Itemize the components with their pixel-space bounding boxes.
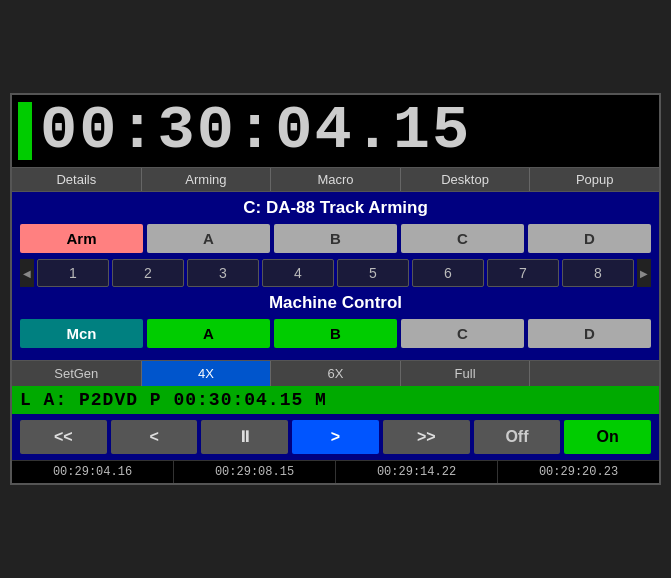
tc-footer-2: 00:29:08.15 xyxy=(174,461,336,483)
tab-bar: Details Arming Macro Desktop Popup xyxy=(12,167,659,192)
track-number-row: ◀ 1 2 3 4 5 6 7 8 ▶ xyxy=(20,259,651,287)
mcn-track-d[interactable]: D xyxy=(528,319,651,348)
tab-details[interactable]: Details xyxy=(12,168,142,191)
speed-row: SetGen 4X 6X Full xyxy=(12,360,659,386)
main-content: C: DA-88 Track Arming Arm A B C D ◀ 1 2 … xyxy=(12,192,659,360)
track-2[interactable]: 2 xyxy=(112,259,184,287)
speed-4x[interactable]: 4X xyxy=(142,361,272,386)
track-6[interactable]: 6 xyxy=(412,259,484,287)
tab-popup[interactable]: Popup xyxy=(530,168,659,191)
speed-full[interactable]: Full xyxy=(401,361,531,386)
track-right-arrow[interactable]: ▶ xyxy=(637,259,651,287)
timecode-bar: 00:30:04.15 xyxy=(12,95,659,167)
mcn-track-a[interactable]: A xyxy=(147,319,270,348)
tc-footer-1: 00:29:04.16 xyxy=(12,461,174,483)
mcn-button[interactable]: Mcn xyxy=(20,319,143,348)
arm-track-b[interactable]: B xyxy=(274,224,397,253)
rewind-button[interactable]: << xyxy=(20,420,107,454)
tab-desktop[interactable]: Desktop xyxy=(401,168,531,191)
tab-macro[interactable]: Macro xyxy=(271,168,401,191)
tab-arming[interactable]: Arming xyxy=(142,168,272,191)
speed-setgen[interactable]: SetGen xyxy=(12,361,142,386)
tc-footer-3: 00:29:14.22 xyxy=(336,461,498,483)
track-8[interactable]: 8 xyxy=(562,259,634,287)
track-3[interactable]: 3 xyxy=(187,259,259,287)
play-button[interactable]: > xyxy=(292,420,379,454)
mcn-track-c[interactable]: C xyxy=(401,319,524,348)
off-button[interactable]: Off xyxy=(474,420,561,454)
timecode-footer: 00:29:04.16 00:29:08.15 00:29:14.22 00:2… xyxy=(12,460,659,483)
track-1[interactable]: 1 xyxy=(37,259,109,287)
timecode-indicator xyxy=(18,102,32,160)
track-5[interactable]: 5 xyxy=(337,259,409,287)
track-4[interactable]: 4 xyxy=(262,259,334,287)
track-left-arrow[interactable]: ◀ xyxy=(20,259,34,287)
on-button[interactable]: On xyxy=(564,420,651,454)
status-text: L A: P2DVD P 00:30:04.15 M xyxy=(20,390,327,410)
mcn-track-b[interactable]: B xyxy=(274,319,397,348)
device-frame: 00:30:04.15 Details Arming Macro Desktop… xyxy=(10,93,661,485)
machine-control-section: Machine Control Mcn A B C D xyxy=(20,293,651,348)
arm-track-a[interactable]: A xyxy=(147,224,270,253)
mcn-button-row: Mcn A B C D xyxy=(20,319,651,348)
arm-button-row: Arm A B C D xyxy=(20,224,651,253)
arm-button[interactable]: Arm xyxy=(20,224,143,253)
arm-track-d[interactable]: D xyxy=(528,224,651,253)
timecode-display: 00:30:04.15 xyxy=(40,100,471,162)
arm-track-c[interactable]: C xyxy=(401,224,524,253)
track-arming-title: C: DA-88 Track Arming xyxy=(20,198,651,218)
pause-button[interactable]: ⏸ xyxy=(201,420,288,454)
tc-footer-4: 00:29:20.23 xyxy=(498,461,659,483)
transport-row: << < ⏸ > >> Off On xyxy=(12,414,659,460)
track-7[interactable]: 7 xyxy=(487,259,559,287)
machine-control-title: Machine Control xyxy=(20,293,651,313)
speed-6x[interactable]: 6X xyxy=(271,361,401,386)
speed-extra[interactable] xyxy=(530,361,659,386)
status-bar: L A: P2DVD P 00:30:04.15 M xyxy=(12,386,659,414)
fast-forward-button[interactable]: >> xyxy=(383,420,470,454)
step-back-button[interactable]: < xyxy=(111,420,198,454)
